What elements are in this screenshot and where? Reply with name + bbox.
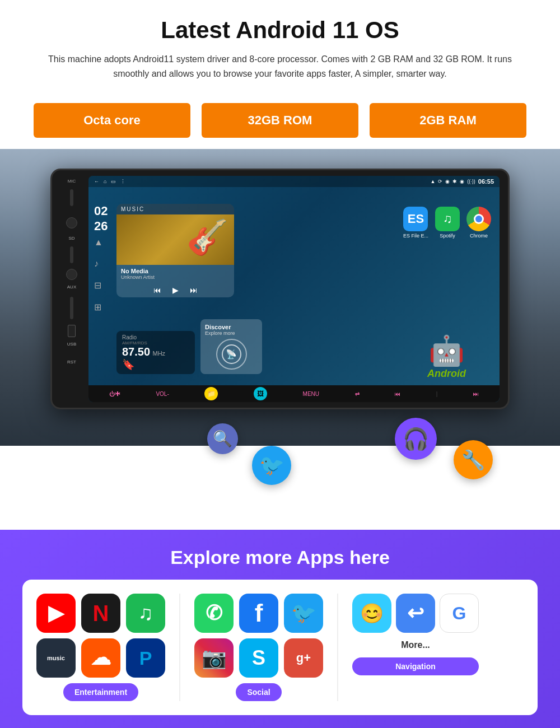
radio-icon[interactable]: ⊟ (94, 280, 103, 291)
app-waze[interactable]: 😊 (352, 594, 391, 633)
wifi-icon: ((·)) (467, 179, 475, 184)
app-icons-row: ES ES File E... ♫ Spotify (403, 207, 491, 239)
music-artist: Unknown Artist (121, 274, 230, 280)
android-text: Android (427, 368, 466, 380)
app-chrome[interactable]: Chrome (466, 207, 491, 239)
entertainment-badge: Entertainment (63, 683, 138, 701)
nav-circle (66, 217, 77, 228)
explore-inner: ▶ N ♫ music ☁ (22, 580, 538, 715)
app-youtube[interactable]: ▶ (36, 594, 76, 633)
header-section: Latest Android 11 OS This machine adopts… (0, 0, 560, 92)
app-skype[interactable]: S (239, 638, 278, 678)
mic-slot (70, 189, 73, 206)
folder-button[interactable]: 📁 (204, 387, 218, 400)
play-icon[interactable]: ▶ (172, 286, 179, 295)
radio-frequency: 87.50 MHz (122, 346, 189, 358)
app-twitter-explore[interactable]: 🐦 (284, 594, 323, 633)
radio-title: Radio (122, 334, 189, 340)
menu-label[interactable]: MENU (303, 391, 319, 397)
whatsapp-icon: ✆ (206, 601, 222, 625)
radio-widget: Radio AM/FM/RDS 87.50 MHz 🔖 (116, 331, 195, 374)
recent-icon[interactable]: ▭ (111, 179, 116, 184)
app-soundcloud[interactable]: ☁ (81, 638, 120, 678)
status-time: 06:55 (478, 178, 494, 185)
navigation-badge: Navigation (352, 657, 479, 675)
app-es-file[interactable]: ES ES File E... (403, 207, 428, 239)
music-note-icon[interactable]: ♪ (94, 259, 103, 269)
aux-slot (70, 297, 73, 319)
shuffle-icon[interactable]: ⇄ (355, 391, 360, 397)
aux-label: AUX (67, 284, 76, 290)
entertainment-row-2: music ☁ P (36, 638, 165, 678)
date-display: 02 26 (94, 204, 108, 234)
app-amazon-music[interactable]: music (36, 638, 76, 678)
aux-circle (66, 269, 77, 280)
music-title: No Media (121, 268, 230, 274)
radio-subtitle: AM/FM/RDS (122, 340, 189, 346)
prev-track-icon[interactable]: ⏮ (153, 286, 161, 295)
grid-icon[interactable]: ⊞ (94, 302, 103, 312)
music-widget: MUSIC 🎸 No Media Unknown Artist ⏮ ▶ ⏭ (116, 204, 234, 297)
app-spotify[interactable]: ♫ Spotify (435, 207, 460, 239)
gallery-button[interactable]: 🖼 (254, 387, 267, 400)
navigate-icon[interactable]: ▲ (94, 237, 103, 248)
more-text: More... (401, 640, 430, 650)
netflix-icon: N (93, 601, 109, 626)
next-icon[interactable]: ⏭ (473, 391, 479, 397)
back-icon[interactable]: ← (94, 179, 99, 184)
left-panel: MIC SD AUX USB RST (60, 176, 83, 402)
app-instagram[interactable]: 📷 (194, 638, 234, 678)
status-bar: ← ⌂ ▭ ⋮ ▲ ⟳ ◉ ✱ ◉ ((·)) 06:55 (88, 176, 500, 187)
app-googleplus[interactable]: g+ (284, 638, 323, 678)
power-icon[interactable]: ⏻✱ (109, 391, 120, 397)
usb-label: USB (67, 342, 76, 347)
youtube-icon: ▶ (48, 601, 64, 625)
app-facebook[interactable]: f (239, 594, 278, 633)
discover-widget: Discover Explore more 📡 (200, 319, 262, 374)
skype-icon: S (252, 646, 265, 670)
bluetooth-icon: ✱ (452, 179, 457, 184)
badge-octa-core: Octa core (34, 103, 190, 138)
entertainment-row-1: ▶ N ♫ (36, 594, 165, 633)
music-controls[interactable]: ⏮ ▶ ⏭ (116, 283, 234, 297)
instagram-icon: 📷 (202, 646, 227, 670)
discover-title: Discover (205, 324, 258, 330)
app-netflix[interactable]: N (81, 594, 120, 633)
divider-1 (179, 594, 180, 701)
discover-subtitle: Explore more (205, 330, 258, 336)
mic-label: MIC (68, 179, 76, 184)
app-paypal[interactable]: P (126, 638, 165, 678)
vol-minus-icon[interactable]: VOL- (156, 391, 169, 397)
spotify-icon: ♫ (138, 601, 153, 625)
tools-float-icon: 🔧 (454, 440, 493, 479)
guitar-icon: 🎸 (186, 217, 228, 257)
waze-icon: 😊 (360, 602, 384, 624)
home-icon[interactable]: ⌂ (104, 179, 106, 184)
app-spotify-explore[interactable]: ♫ (126, 594, 165, 633)
camera-icon: ◉ (445, 179, 450, 184)
social-badge: Social (236, 683, 281, 701)
music-image: 🎸 (116, 214, 234, 265)
social-column: ✆ f 🐦 📷 S (194, 594, 323, 701)
android-logo: 🤖 Android (427, 334, 466, 380)
maps-icon: ↩ (407, 601, 424, 625)
gmaps-icon: G (452, 603, 466, 624)
badge-ram: 2GB RAM (370, 103, 526, 138)
app-maps[interactable]: ↩ (396, 594, 435, 633)
explore-title: Explore more Apps here (22, 547, 538, 568)
social-row-1: ✆ f 🐦 (194, 594, 323, 633)
bottom-control-bar: ⏻✱ VOL- 📁 🖼 MENU ⇄ ⏮ | ⏭ (88, 385, 500, 402)
app-whatsapp[interactable]: ✆ (194, 594, 234, 633)
sd-label: SD (68, 236, 74, 241)
next-track-icon[interactable]: ⏭ (190, 286, 198, 295)
prev-icon[interactable]: ⏮ (395, 391, 400, 397)
badge-rom: 32GB ROM (202, 103, 358, 138)
date-month: 02 (94, 204, 108, 218)
menu-dots-icon[interactable]: ⋮ (120, 179, 125, 184)
facebook-icon: f (255, 599, 263, 627)
twitter-float-icon: 🐦 (252, 446, 291, 485)
entertainment-column: ▶ N ♫ music ☁ (36, 594, 165, 701)
music-info: No Media Unknown Artist (116, 265, 234, 283)
radio-bookmark-icon: 🔖 (122, 358, 189, 371)
app-gmaps[interactable]: G (440, 594, 479, 633)
